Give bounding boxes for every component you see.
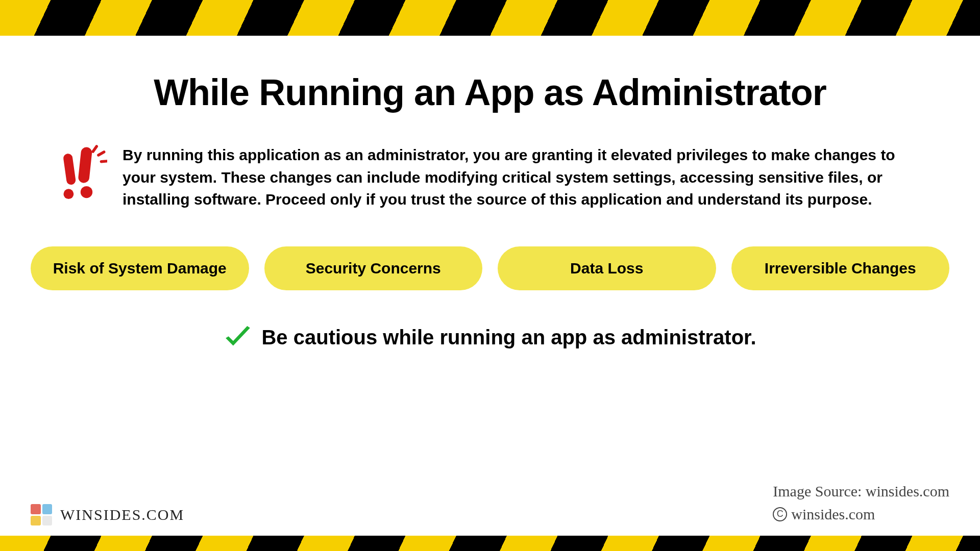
svg-rect-2	[78, 146, 92, 183]
attribution: Image Source: winsides.com C winsides.co…	[773, 480, 949, 525]
brand-name: WINSIDES.COM	[60, 506, 184, 523]
caution-text: Be cautious while running an app as admi…	[261, 326, 756, 349]
brand: WINSIDES.COM	[31, 504, 184, 525]
footer: WINSIDES.COM Image Source: winsides.com …	[31, 480, 949, 525]
svg-rect-5	[96, 150, 106, 157]
svg-point-1	[64, 189, 74, 199]
svg-rect-0	[63, 153, 76, 185]
pill-risk-damage: Risk of System Damage	[31, 246, 249, 290]
page-title: While Running an App as Administrator	[31, 71, 949, 113]
copyright-icon: C	[773, 507, 787, 521]
caution-stripe-bottom	[0, 536, 980, 551]
pill-irreversible: Irreversible Changes	[731, 246, 950, 290]
main-content: While Running an App as Administrator By…	[0, 36, 980, 536]
pill-data-loss: Data Loss	[498, 246, 716, 290]
caution-stripe-top	[0, 0, 980, 36]
copyright-text: winsides.com	[791, 503, 875, 525]
checkmark-icon	[224, 326, 252, 348]
risk-pills-row: Risk of System Damage Security Concerns …	[31, 246, 949, 290]
warning-text: By running this application as an admini…	[122, 144, 919, 211]
image-source-text: Image Source: winsides.com	[773, 480, 949, 503]
exclamation-icon	[61, 144, 107, 200]
pill-security: Security Concerns	[264, 246, 483, 290]
brand-logo-icon	[31, 504, 52, 525]
warning-section: By running this application as an admini…	[31, 144, 949, 211]
caution-row: Be cautious while running an app as admi…	[31, 326, 949, 349]
svg-rect-4	[91, 144, 99, 154]
copyright-row: C winsides.com	[773, 503, 949, 525]
svg-point-3	[81, 186, 92, 198]
svg-rect-6	[100, 160, 107, 163]
